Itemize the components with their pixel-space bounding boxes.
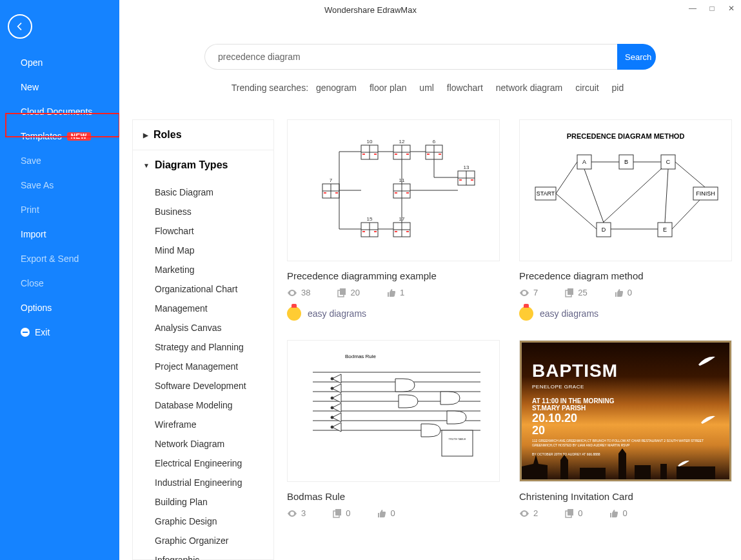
svg-point-78: [331, 397, 333, 399]
filter-item[interactable]: Project Management: [133, 357, 273, 376]
filter-item[interactable]: Graphic Organizer: [133, 531, 273, 550]
avatar: [519, 306, 533, 321]
sidebar-item-cloud-documents[interactable]: Cloud Documents: [0, 99, 119, 124]
filter-item[interactable]: Industrial Engineering: [133, 473, 273, 492]
eye-icon: [519, 510, 529, 517]
template-author[interactable]: easy diagrams: [519, 306, 732, 321]
main-area: Search Trending searches: genogram floor…: [119, 19, 741, 560]
svg-rect-41: [362, 231, 365, 232]
svg-text:Bodmas Rule: Bodmas Rule: [345, 354, 377, 359]
thumb-up-icon: [387, 288, 396, 297]
trending-link-genogram[interactable]: genogram: [316, 83, 357, 93]
template-card: Bodmas Rule TRUTH TABLE Bodmas Rule 3 0 …: [287, 340, 500, 518]
caret-down-icon: ▼: [143, 162, 150, 169]
sidebar-item-export-send[interactable]: Export & Send: [0, 246, 119, 271]
svg-point-76: [331, 377, 333, 380]
filter-item[interactable]: Network Diagram: [133, 434, 273, 454]
thumb-up-icon: [609, 509, 618, 518]
trending-link-pid[interactable]: pid: [612, 83, 624, 93]
svg-text:C: C: [666, 159, 671, 165]
back-button[interactable]: [8, 14, 32, 39]
filter-panel: ▶Roles ▼Diagram Types Basic DiagramBusin…: [132, 119, 274, 560]
search-wrap: Search: [119, 44, 741, 70]
likes-stat: 1: [387, 288, 404, 297]
template-stats: 2 0 0: [519, 508, 732, 518]
eye-icon: [287, 289, 297, 297]
close-button[interactable]: ✕: [727, 4, 736, 13]
svg-text:12: 12: [399, 139, 405, 145]
filter-item[interactable]: Marketing: [133, 260, 273, 279]
filter-item[interactable]: Analysis Canvas: [133, 318, 273, 337]
eye-icon: [287, 510, 297, 517]
filter-item[interactable]: Wireframe: [133, 415, 273, 434]
eye-icon: [519, 289, 529, 297]
template-title: Bodmas Rule: [287, 491, 500, 502]
likes-stat: 0: [609, 508, 627, 518]
avatar: [287, 306, 301, 321]
sidebar-item-print[interactable]: Print: [0, 197, 119, 222]
svg-rect-29: [395, 192, 397, 194]
filter-item[interactable]: Software Development: [133, 376, 273, 395]
filter-item[interactable]: Management: [133, 299, 273, 318]
trending-link-flowchart[interactable]: flowchart: [447, 83, 483, 93]
svg-rect-50: [340, 288, 346, 295]
likes-stat: 0: [615, 288, 632, 297]
filter-section-diagram-types[interactable]: ▼Diagram Types: [133, 150, 273, 180]
template-thumbnail[interactable]: 7 10 12 6 11 13 15 17: [287, 119, 500, 261]
filter-item[interactable]: Business: [133, 202, 273, 221]
template-stats: 7 25 0: [519, 288, 732, 297]
sidebar-item-save[interactable]: Save: [0, 148, 119, 173]
template-title: Precedence diagram method: [519, 270, 732, 281]
svg-point-81: [331, 426, 333, 428]
template-author[interactable]: easy diagrams: [287, 306, 500, 321]
trending-link-uml[interactable]: uml: [419, 83, 434, 93]
template-thumbnail[interactable]: Bodmas Rule TRUTH TABLE: [287, 340, 500, 482]
sidebar-item-open[interactable]: Open: [0, 50, 119, 75]
sidebar-item-import[interactable]: Import: [0, 222, 119, 246]
maximize-button[interactable]: □: [707, 4, 716, 13]
trending-link-circuit[interactable]: circuit: [575, 83, 599, 93]
copy-icon: [565, 288, 574, 297]
filter-item[interactable]: Building Plan: [133, 492, 273, 512]
template-thumbnail[interactable]: PRECEDENCE DIAGRAM METHOD STARTABCDEFINI…: [519, 119, 732, 261]
search-input[interactable]: [204, 44, 617, 70]
filter-item[interactable]: Mind Map: [133, 241, 273, 260]
template-stats: 38 20 1: [287, 288, 500, 297]
filter-item[interactable]: Database Modeling: [133, 395, 273, 415]
svg-text:10: 10: [367, 139, 373, 145]
arrow-left-icon: [15, 21, 25, 32]
filter-item[interactable]: Flowchart: [133, 221, 273, 241]
filter-item[interactable]: Strategy and Planning: [133, 337, 273, 357]
copies-stat: 0: [333, 508, 350, 518]
svg-text:B: B: [624, 159, 628, 165]
svg-rect-30: [406, 192, 409, 194]
sidebar-item-templates[interactable]: TemplatesNEW: [0, 124, 119, 148]
trending-link-network-diagram[interactable]: network diagram: [496, 83, 563, 93]
new-badge: NEW: [67, 132, 91, 141]
sidebar-item-exit[interactable]: Exit: [0, 320, 119, 345]
svg-text:E: E: [663, 226, 667, 233]
sidebar-item-new[interactable]: New: [0, 75, 119, 99]
svg-rect-17: [395, 154, 397, 155]
template-thumbnail[interactable]: BAPTISMPENELOPE GRACE AT 11:00 IN THE MO…: [519, 340, 732, 482]
sidebar-item-save-as[interactable]: Save As: [0, 173, 119, 197]
filter-item[interactable]: Graphic Design: [133, 512, 273, 531]
svg-rect-24: [439, 154, 441, 155]
filter-item[interactable]: Infographic: [133, 550, 273, 560]
sidebar-item-options[interactable]: Options: [0, 295, 119, 320]
svg-rect-18: [406, 154, 409, 155]
filter-section-roles[interactable]: ▶Roles: [133, 120, 273, 150]
trending-label: Trending searches:: [232, 83, 308, 93]
filter-item[interactable]: Electrical Engineering: [133, 454, 273, 473]
copies-stat: 25: [565, 288, 587, 297]
copies-stat: 0: [565, 508, 582, 518]
search-button[interactable]: Search: [617, 44, 656, 70]
svg-rect-42: [374, 231, 377, 232]
trending-link-floor-plan[interactable]: floor plan: [370, 83, 407, 93]
caret-right-icon: ▶: [143, 132, 148, 139]
filter-item[interactable]: Organizational Chart: [133, 279, 273, 299]
filter-item[interactable]: Basic Diagram: [133, 183, 273, 202]
minimize-button[interactable]: —: [688, 4, 697, 13]
results[interactable]: 7 10 12 6 11 13 15 17 Precedence diagram…: [287, 119, 735, 560]
sidebar-item-close[interactable]: Close: [0, 271, 119, 295]
